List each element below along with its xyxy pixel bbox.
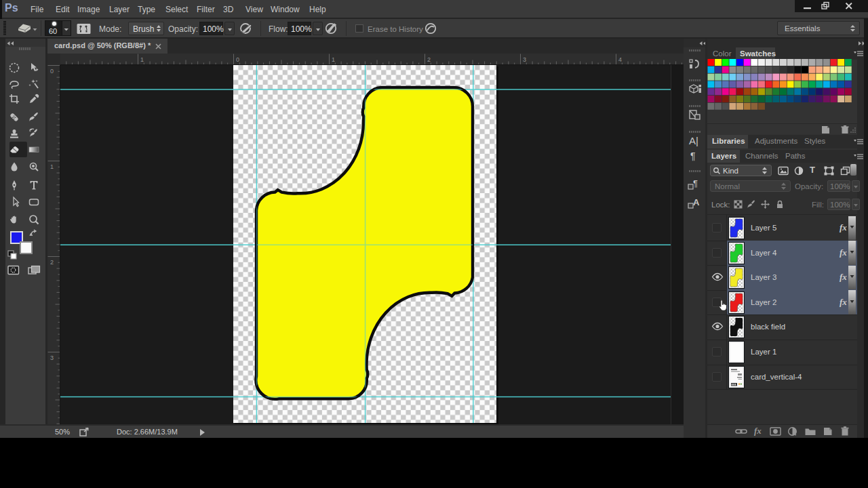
svg-text:2: 2 — [427, 56, 431, 63]
svg-text:1: 1 — [140, 56, 144, 63]
svg-text:2: 2 — [50, 259, 54, 266]
svg-text:0: 0 — [50, 68, 54, 75]
svg-text:1: 1 — [50, 163, 54, 170]
svg-text:3: 3 — [523, 56, 526, 63]
svg-text:4: 4 — [618, 56, 622, 63]
svg-text:3: 3 — [50, 354, 54, 361]
svg-text:1: 1 — [332, 56, 335, 63]
svg-text:0: 0 — [236, 56, 239, 63]
